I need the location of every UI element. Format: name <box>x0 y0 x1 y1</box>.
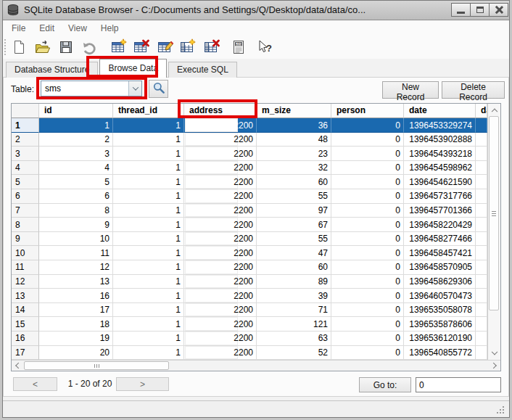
cell-address[interactable]: 2200 <box>184 161 257 176</box>
resize-grip-icon[interactable] <box>503 412 504 413</box>
cell-id[interactable]: 5 <box>39 175 113 189</box>
horizontal-scrollbar[interactable] <box>12 360 500 371</box>
row-number[interactable]: 1 <box>12 118 39 133</box>
column-header-id[interactable]: id <box>39 104 113 118</box>
column-header-person[interactable]: person <box>331 104 404 118</box>
cell-id[interactable]: 11 <box>39 246 113 260</box>
row-number[interactable]: 8 <box>12 218 39 232</box>
cell-da[interactable] <box>476 232 487 247</box>
cell-date[interactable]: 1396453902888 <box>404 133 476 147</box>
cell-date[interactable]: 1396458220429 <box>404 218 476 232</box>
cell-id[interactable]: 6 <box>39 189 113 204</box>
cell-address[interactable]: 2200 <box>184 189 257 204</box>
modify-table-button[interactable] <box>156 38 175 57</box>
table-row[interactable]: 55122006001396454621590 <box>12 175 500 189</box>
table-row[interactable]: 1112122006001396458570905 <box>12 260 500 275</box>
cell-da[interactable] <box>476 303 487 318</box>
row-number[interactable]: 7 <box>12 204 39 218</box>
cell-person[interactable]: 0 <box>331 332 404 346</box>
minimize-button[interactable] <box>451 3 471 17</box>
cell-person[interactable]: 0 <box>331 232 404 247</box>
table-combobox[interactable]: sms <box>41 81 142 96</box>
delete-record-button[interactable]: Delete Record <box>442 81 505 99</box>
cell-date[interactable]: 1396454598962 <box>404 161 476 176</box>
cell-thread_id[interactable]: 1 <box>113 289 184 303</box>
cell-thread_id[interactable]: 1 <box>113 260 184 275</box>
cell-thread_id[interactable]: 1 <box>113 147 184 161</box>
cell-m_size[interactable]: 47 <box>257 246 331 260</box>
cell-da[interactable] <box>476 218 487 232</box>
menu-view[interactable]: View <box>62 22 93 34</box>
cell-m_size[interactable]: 63 <box>257 332 331 346</box>
cell-id[interactable]: 2 <box>39 133 113 147</box>
row-number[interactable]: 2 <box>12 133 39 147</box>
cell-m_size[interactable]: 60 <box>257 260 331 275</box>
cell-date[interactable]: 1396540855772 <box>404 346 476 361</box>
cell-address[interactable]: 2200 <box>184 275 257 289</box>
cell-da[interactable] <box>476 175 487 189</box>
horizontal-scrollbar-thumb[interactable] <box>24 361 169 370</box>
cell-id[interactable]: 13 <box>39 275 113 289</box>
cell-m_size[interactable]: 52 <box>257 346 331 361</box>
cell-m_size[interactable]: 55 <box>257 232 331 247</box>
cell-id[interactable]: 18 <box>39 317 113 332</box>
save-database-button[interactable] <box>57 38 75 57</box>
cell-id[interactable]: 1 <box>39 118 113 133</box>
table-row[interactable]: 89122006701396458220429 <box>12 218 500 232</box>
cell-address[interactable]: 2200 <box>184 317 257 332</box>
cell-id[interactable]: 20 <box>39 346 113 361</box>
cell-address[interactable]: 2200 <box>184 332 257 346</box>
goto-input[interactable] <box>416 377 501 392</box>
cell-person[interactable]: 0 <box>331 118 404 133</box>
row-number[interactable]: 15 <box>12 317 39 332</box>
cell-m_size[interactable]: 67 <box>257 218 331 232</box>
cell-person[interactable]: 0 <box>331 189 404 204</box>
cell-thread_id[interactable]: 1 <box>113 133 184 147</box>
cell-thread_id[interactable]: 1 <box>113 189 184 204</box>
cell-person[interactable]: 0 <box>331 317 404 332</box>
previous-page-button[interactable]: < <box>13 377 57 391</box>
cell-address[interactable]: 2200 <box>184 346 257 361</box>
table-row[interactable]: 1213122008901396458629306 <box>12 275 500 289</box>
cell-date[interactable]: 1396454621590 <box>404 175 476 189</box>
table-row[interactable]: 1417122007101396535058078 <box>12 303 500 318</box>
cell-m_size[interactable]: 39 <box>257 289 331 303</box>
cell-da[interactable] <box>476 204 487 218</box>
row-number[interactable]: 4 <box>12 161 39 176</box>
cell-date[interactable]: 1396536120190 <box>404 332 476 346</box>
cell-person[interactable]: 0 <box>331 260 404 275</box>
menu-help[interactable]: Help <box>95 22 125 34</box>
cell-id[interactable]: 12 <box>39 260 113 275</box>
cell-thread_id[interactable]: 1 <box>113 218 184 232</box>
cell-date[interactable]: 1396453329274 <box>404 118 476 133</box>
cell-date[interactable]: 1396458629306 <box>404 275 476 289</box>
cell-address[interactable]: 2200 <box>184 133 257 147</box>
log-button[interactable]: LOG <box>229 38 248 57</box>
cell-thread_id[interactable]: 1 <box>113 332 184 346</box>
cell-address[interactable]: 2200 <box>184 218 257 232</box>
cell-m_size[interactable]: 32 <box>257 161 331 176</box>
cell-da[interactable] <box>476 246 487 260</box>
table-row[interactable]: 1619122006301396536120190 <box>12 332 500 346</box>
cell-id[interactable]: 8 <box>39 204 113 218</box>
cell-da[interactable] <box>476 260 487 275</box>
cell-address[interactable]: 2200 <box>184 260 257 275</box>
combobox-dropdown-button[interactable] <box>128 81 141 96</box>
vertical-scrollbar[interactable] <box>487 104 500 360</box>
cell-m_size[interactable]: 48 <box>257 133 331 147</box>
tab-execute-sql[interactable]: Execute SQL <box>168 62 237 78</box>
table-row[interactable]: 78122009701396457701366 <box>12 204 500 218</box>
cell-thread_id[interactable]: 1 <box>113 346 184 361</box>
cell-address[interactable]: 2200 <box>184 289 257 303</box>
cell-da[interactable] <box>476 189 487 204</box>
scroll-up-button[interactable] <box>488 104 500 115</box>
cell-da[interactable] <box>476 317 487 332</box>
cell-address[interactable]: 2200 <box>184 246 257 260</box>
cell-id[interactable]: 16 <box>39 289 113 303</box>
table-row[interactable]: 15181220012101396535878606 <box>12 317 500 332</box>
cell-m_size[interactable]: 89 <box>257 275 331 289</box>
create-index-button[interactable] <box>178 38 197 57</box>
cell-address[interactable]: 2200 <box>184 303 257 318</box>
table-row[interactable]: 44122003201396454598962 <box>12 161 500 176</box>
cell-da[interactable] <box>476 133 487 147</box>
